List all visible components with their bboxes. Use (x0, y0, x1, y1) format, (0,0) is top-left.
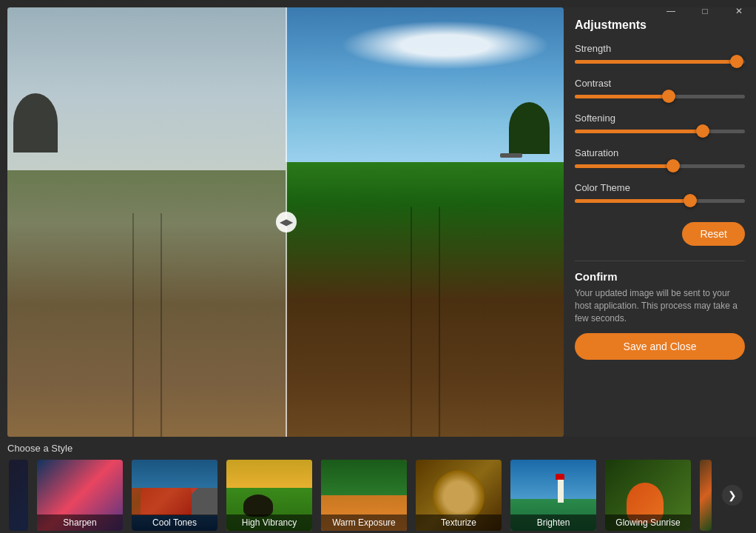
softening-thumb[interactable] (696, 124, 709, 138)
style-list: Sharpen Cool Tones (7, 458, 749, 532)
softening-bg (575, 130, 745, 133)
style-item-warm-exposure[interactable]: Warm Exposure (320, 458, 408, 532)
style-label-glowing-sunrise: Glowing Sunrise (605, 514, 691, 531)
style-label-texturize: Texturize (416, 514, 502, 531)
adjustments-panel: Adjustments Strength Contrast (564, 7, 756, 437)
style-item-high-vibrancy[interactable]: High Vibrancy (225, 458, 314, 532)
color-theme-thumb[interactable] (684, 194, 697, 207)
softening-track (575, 124, 745, 138)
style-label-cool-tones: Cool Tones (132, 514, 217, 531)
style-item-glowing-sunrise[interactable]: Glowing Sunrise (604, 458, 692, 532)
app-container: — □ ✕ (0, 0, 756, 533)
saturation-slider-group: Saturation (575, 147, 745, 173)
style-item-cool-tones[interactable]: Cool Tones (130, 458, 219, 532)
color-theme-bg (575, 199, 745, 203)
style-item-sharpen[interactable]: Sharpen (36, 458, 124, 532)
save-close-button[interactable]: Save and Close (575, 333, 745, 360)
strength-fill (575, 60, 737, 64)
contrast-label: Contrast (575, 78, 745, 89)
saturation-label: Saturation (575, 147, 745, 158)
comparison-divider: ◀▶ (286, 7, 287, 437)
confirm-description: Your updated image will be sent to your … (575, 287, 745, 324)
preview-area: ◀▶ (7, 7, 564, 437)
style-label-high-vibrancy: High Vibrancy (226, 514, 312, 531)
strength-slider-group: Strength (575, 43, 745, 69)
strength-bg (575, 60, 745, 64)
softening-label: Softening (575, 113, 745, 124)
reset-button[interactable]: Reset (682, 222, 745, 246)
next-arrow[interactable]: ❯ (722, 485, 743, 506)
confirm-title: Confirm (575, 270, 745, 283)
style-label-sharpen: Sharpen (37, 514, 123, 531)
confirm-section: Confirm Your updated image will be sent … (575, 261, 745, 360)
close-button[interactable]: ✕ (722, 0, 756, 22)
style-item-texturize[interactable]: Texturize (414, 458, 503, 532)
saturation-thumb[interactable] (666, 159, 680, 172)
saturation-track (575, 158, 745, 173)
softening-slider-group: Softening (575, 113, 745, 138)
color-theme-track (575, 193, 745, 208)
style-item-next-partial[interactable] (698, 458, 713, 532)
saturation-bg (575, 164, 745, 168)
after-image (286, 7, 564, 437)
comparison-container: ◀▶ (7, 7, 564, 437)
divider-handle[interactable]: ◀▶ (276, 212, 297, 232)
color-theme-fill (575, 199, 690, 203)
style-section-title: Choose a Style (7, 443, 749, 454)
strength-label: Strength (575, 43, 745, 54)
before-image (7, 7, 286, 437)
content-area: ◀▶ Adjustments Strength (0, 0, 756, 437)
minimize-button[interactable]: — (654, 0, 688, 22)
sliders-group: Strength Contrast (575, 43, 745, 211)
style-label-brighten: Brighten (510, 514, 596, 531)
color-theme-label: Color Theme (575, 182, 745, 193)
contrast-bg (575, 95, 745, 98)
style-item-brighten[interactable]: Brighten (509, 458, 598, 532)
color-theme-slider-group: Color Theme (575, 182, 745, 208)
strength-track (575, 54, 745, 69)
contrast-slider-group: Contrast (575, 78, 745, 104)
contrast-fill (575, 95, 669, 98)
bottom-strip: Choose a Style Sharpen (0, 437, 756, 533)
titlebar: — □ ✕ (654, 0, 756, 22)
contrast-track (575, 89, 745, 104)
saturation-fill (575, 164, 673, 168)
strength-thumb[interactable] (730, 55, 743, 68)
chevron-right-icon: ❯ (728, 489, 737, 501)
contrast-thumb[interactable] (662, 90, 675, 103)
softening-fill (575, 130, 703, 133)
style-item-first[interactable] (7, 458, 30, 532)
maximize-button[interactable]: □ (688, 0, 722, 22)
style-label-warm-exposure: Warm Exposure (321, 514, 407, 531)
